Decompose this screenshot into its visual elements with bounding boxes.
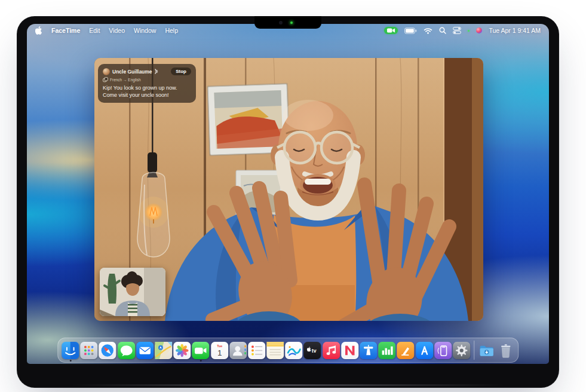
menu-item-help[interactable]: Help [165, 27, 178, 34]
facetime-window[interactable]: Uncle Guillaume Stop French → English [94, 58, 483, 321]
dock-mail[interactable] [136, 342, 154, 359]
dock: Tue 1 [57, 338, 518, 363]
camera-dot-indicator [468, 30, 470, 32]
battery-icon[interactable] [404, 27, 417, 34]
menu-item-window[interactable]: Window [134, 27, 156, 34]
dock-separator [474, 341, 474, 360]
camera-active-indicator-icon[interactable] [384, 27, 398, 34]
speaker-avatar [103, 68, 110, 75]
display-notch [254, 16, 321, 29]
dock-iphone-mirroring[interactable] [434, 342, 452, 359]
menu-item-facetime[interactable]: FaceTime [51, 27, 80, 34]
dock-appstore[interactable] [416, 342, 433, 359]
self-view-pip[interactable] [100, 268, 165, 316]
webcam-lens [279, 21, 283, 24]
dock-contacts[interactable] [229, 342, 247, 359]
macbook-frame: FaceTime Edit Video Window Help [17, 16, 559, 388]
dock-freeform[interactable] [286, 342, 303, 359]
translation-direction: French → English [110, 78, 141, 82]
apple-glyph [307, 347, 311, 351]
control-center-icon[interactable] [453, 27, 461, 34]
dock-finder[interactable] [62, 342, 79, 359]
apple-logo-icon[interactable] [35, 26, 42, 35]
dock-numbers[interactable] [378, 342, 395, 359]
sound-wave-icon [155, 68, 159, 75]
dock-launchpad[interactable] [80, 342, 97, 359]
stop-translation-button[interactable]: Stop [171, 68, 191, 75]
dock-downloads-folder[interactable] [478, 342, 496, 359]
calendar-day: 1 [217, 348, 222, 357]
dock-safari[interactable] [99, 342, 116, 359]
dock-music[interactable] [323, 342, 340, 359]
dock-messages[interactable] [118, 342, 135, 359]
dock-maps[interactable] [155, 342, 172, 359]
camera-in-use-led [290, 22, 293, 24]
dock-keynote[interactable] [360, 342, 377, 359]
live-translation-overlay: Uncle Guillaume Stop French → English [98, 64, 196, 103]
calendar-weekday: Tue [217, 344, 222, 347]
menu-clock[interactable]: Tue Apr 1 9:41 AM [489, 27, 541, 34]
spotlight-search-icon[interactable] [439, 27, 446, 34]
desktop-wallpaper: FaceTime Edit Video Window Help [27, 24, 549, 364]
dock-notes[interactable] [266, 342, 284, 359]
wifi-icon[interactable] [424, 27, 432, 34]
tv-label: tv [312, 348, 317, 354]
translate-icon [103, 77, 108, 82]
dock-calendar[interactable]: Tue 1 [211, 342, 228, 359]
dock-facetime[interactable] [192, 342, 210, 359]
speaker-name: Uncle Guillaume [112, 69, 152, 75]
siri-icon[interactable] [476, 27, 482, 33]
caption-line: Come visit your uncle soon! [103, 91, 191, 99]
caption-line: Kip! You look so grown up now. [103, 84, 191, 91]
dock-tv[interactable]: tv [304, 342, 321, 359]
dock-reminders[interactable] [248, 342, 265, 359]
dock-pages[interactable] [397, 342, 415, 359]
menu-item-edit[interactable]: Edit [89, 27, 100, 34]
dock-photos[interactable] [173, 342, 191, 359]
dock-trash[interactable] [497, 342, 514, 359]
marketing-canvas: FaceTime Edit Video Window Help [0, 0, 586, 392]
menu-item-video[interactable]: Video [109, 27, 125, 34]
dock-news[interactable] [341, 342, 358, 359]
dock-system-settings[interactable] [453, 342, 470, 359]
